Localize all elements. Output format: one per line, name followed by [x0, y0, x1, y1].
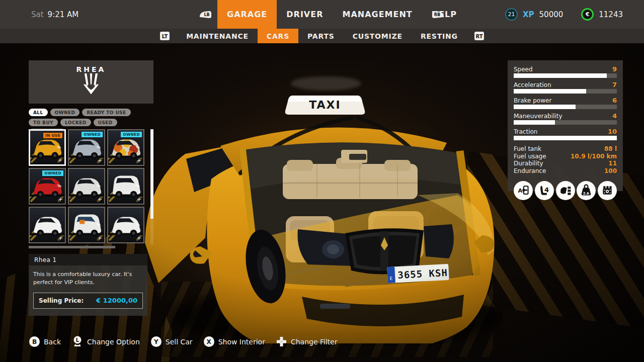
- car-thumbnail-9[interactable]: +: [107, 207, 144, 243]
- filter-chip-used[interactable]: USED: [94, 119, 117, 126]
- y-button-icon: Y: [151, 336, 162, 347]
- stat-value: 7: [612, 81, 617, 88]
- hint-change-filter[interactable]: Change Filter: [276, 336, 338, 347]
- seats-icon: 4: [535, 181, 554, 200]
- car-name: Rhea 1: [34, 256, 57, 263]
- plus-icon: +: [98, 235, 102, 241]
- plus-icon: +: [98, 157, 102, 164]
- stat-bar-fill: [514, 136, 617, 140]
- stat-speed: Speed9: [514, 65, 617, 78]
- stat-bar-fill: [514, 73, 607, 78]
- stat-acceleration: Acceleration7: [514, 81, 617, 94]
- lt-button-icon: LT: [159, 29, 170, 43]
- stat-bars: Speed9Acceleration7Brake power6Maneuvera…: [514, 65, 617, 140]
- sub-tab-cars[interactable]: CARS: [258, 29, 298, 43]
- hint-back[interactable]: BBack: [29, 336, 61, 347]
- stat-details: Fuel tank88 lFuel usage10.9 l/100 kmDura…: [514, 145, 617, 175]
- plus-icon: +: [98, 196, 102, 203]
- car-list-scrollbar[interactable]: [150, 129, 153, 245]
- car-list: IN USE+OWNED+OWNED+OWNED++++++: [29, 129, 145, 243]
- car-thumbnail-3[interactable]: OWNED+: [107, 129, 144, 166]
- selling-price-value: € 12000,00: [96, 297, 137, 304]
- plus-icon: +: [58, 196, 63, 203]
- main-tab-management[interactable]: MANAGEMENT: [333, 0, 422, 29]
- detail-label: Endurance: [514, 167, 546, 175]
- dpad-icon: [276, 336, 287, 347]
- sub-tab-maintenance[interactable]: MAINTENANCE: [177, 29, 258, 43]
- stat-bar-fill: [514, 120, 555, 125]
- plus-icon: +: [137, 157, 141, 164]
- detail-value: 10.9 l/100 km: [571, 153, 617, 160]
- detail-fuel-tank: Fuel tank88 l: [514, 145, 617, 153]
- svg-text:LB: LB: [204, 13, 209, 17]
- car-thumbnail-5[interactable]: +: [68, 168, 105, 205]
- car-thumbnail-7[interactable]: +: [29, 207, 66, 243]
- svg-text:2.6: 2.6: [583, 191, 589, 195]
- currency-value: 11243: [599, 10, 623, 19]
- plus-icon: +: [137, 196, 141, 203]
- stat-value: 4: [612, 112, 617, 120]
- next-row-peek: [29, 246, 115, 248]
- hint-sell-car[interactable]: YSell Car: [151, 336, 193, 347]
- automatic-transmission-icon: A: [514, 181, 533, 200]
- filter-chip-locked[interactable]: LOCKED: [60, 119, 91, 126]
- stat-value: 6: [612, 97, 617, 104]
- filter-chip-owned[interactable]: OWNED: [50, 109, 80, 116]
- brand-panel: RHEA: [29, 60, 153, 104]
- sub-tab-customize[interactable]: CUSTOMIZE: [344, 29, 412, 43]
- filter-chip-ready-to-use[interactable]: READY TO USE: [82, 109, 130, 116]
- car-thumbnail-6[interactable]: +: [107, 168, 144, 205]
- car-thumbnail-8[interactable]: +: [68, 207, 105, 243]
- vehicle-stats-panel: Speed9Acceleration7Brake power6Maneuvera…: [508, 60, 623, 191]
- status-badge: IN USE: [43, 132, 63, 139]
- level-badge: 21: [505, 8, 518, 21]
- status-badge: OWNED: [42, 170, 63, 176]
- stat-label: Maneuverability: [514, 113, 562, 120]
- xp-value: 50000: [539, 10, 564, 19]
- b-button-icon: B: [29, 336, 40, 347]
- main-nav: GARAGEDRIVERMANAGEMENTHELP: [217, 0, 466, 29]
- detail-label: Fuel usage: [514, 153, 546, 160]
- selling-price-box: Selling Price: € 12000,00: [33, 293, 143, 309]
- filter-chip-to-buy[interactable]: TO BUY: [29, 119, 58, 126]
- brand-logo-icon: [80, 73, 102, 98]
- feature-icons: A42.6: [514, 181, 617, 200]
- hint-label: Show Interior: [218, 338, 265, 346]
- day-label: Sat: [31, 10, 44, 19]
- scrollbar-thumb[interactable]: [150, 129, 153, 219]
- stat-bar-track: [514, 120, 617, 125]
- filter-chip-all[interactable]: ALL: [29, 109, 48, 116]
- hint-label: Change Filter: [291, 338, 338, 346]
- car-thumbnail-4[interactable]: OWNED+: [29, 168, 66, 205]
- car-thumbnail-2[interactable]: OWNED+: [68, 129, 105, 166]
- weight-icon: 2.6: [577, 181, 596, 200]
- svg-text:RT: RT: [475, 34, 482, 39]
- detail-label: Durability: [514, 160, 543, 167]
- svg-text:A: A: [518, 188, 523, 194]
- detail-label: Fuel tank: [514, 145, 541, 153]
- xp-label: XP: [523, 10, 534, 19]
- car-info-panel: Rhea 1 This is a comfortable luxury car.…: [29, 254, 147, 316]
- rb-button-icon: RB: [432, 0, 445, 29]
- stat-brake-power: Brake power6: [514, 97, 617, 109]
- sub-tab-parts[interactable]: PARTS: [298, 29, 344, 43]
- lb-button-icon: LB: [199, 0, 212, 29]
- main-tab-driver[interactable]: DRIVER: [277, 0, 333, 29]
- detail-fuel-usage: Fuel usage10.9 l/100 km: [514, 153, 617, 160]
- stat-bar-track: [514, 73, 617, 78]
- stat-bar-track: [514, 89, 617, 94]
- car-name-header: Rhea 1: [29, 254, 147, 265]
- car-thumbnail-1[interactable]: IN USE+: [29, 129, 66, 166]
- hint-label: Back: [44, 338, 61, 346]
- hint-show-interior[interactable]: XShow Interior: [204, 336, 265, 347]
- stat-bar-track: [514, 105, 617, 109]
- sub-tab-resting[interactable]: RESTING: [412, 29, 467, 43]
- hint-label: Change Option: [87, 338, 140, 346]
- garage-screen: TAXI: [0, 0, 644, 362]
- status-badge: OWNED: [82, 132, 103, 137]
- hint-change-option[interactable]: LChange Option: [72, 336, 140, 347]
- status-badge: OWNED: [121, 132, 142, 137]
- main-tab-garage[interactable]: GARAGE: [217, 0, 277, 29]
- stat-label: Speed: [514, 66, 533, 73]
- plus-icon: +: [58, 235, 63, 241]
